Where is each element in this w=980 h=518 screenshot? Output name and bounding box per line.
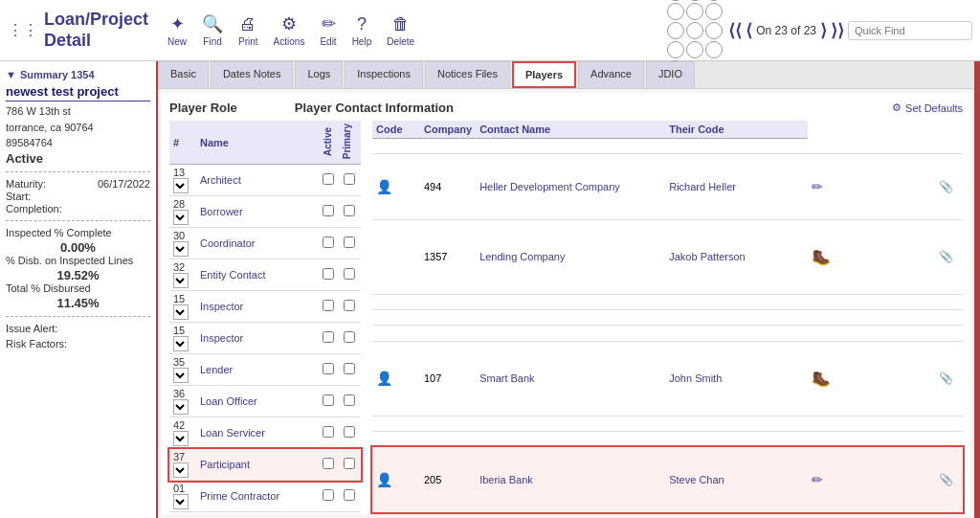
sidebar-start: Start: bbox=[6, 191, 150, 202]
clip-icon[interactable]: 📎 bbox=[939, 250, 953, 263]
role-num-select[interactable]: 30 bbox=[173, 241, 189, 257]
role-active-check[interactable] bbox=[319, 165, 338, 196]
edit-contact-icon[interactable]: ✏ bbox=[812, 179, 823, 194]
role-num: 15 15 bbox=[169, 323, 196, 354]
role-name[interactable]: Prime Contractor bbox=[196, 481, 319, 512]
delete-button[interactable]: 🗑 Delete bbox=[387, 14, 414, 47]
role-num-select[interactable]: 36 bbox=[173, 399, 189, 415]
circle-8[interactable] bbox=[686, 22, 703, 39]
role-active-check[interactable] bbox=[319, 417, 338, 449]
tab-players[interactable]: Players bbox=[512, 61, 576, 88]
contact-person-icon bbox=[372, 326, 420, 341]
role-name[interactable]: Loan Servicer bbox=[196, 417, 319, 449]
role-active-check[interactable] bbox=[319, 481, 338, 512]
circle-5[interactable] bbox=[686, 3, 703, 20]
boot-icon[interactable]: 🥾 bbox=[812, 249, 831, 265]
role-primary-check[interactable] bbox=[338, 481, 361, 512]
role-num-select[interactable]: 42 bbox=[173, 431, 189, 446]
edit-button[interactable]: ✏ Edit bbox=[320, 13, 336, 47]
tab-dates-notes[interactable]: Dates Notes bbox=[211, 61, 294, 88]
role-active-check[interactable] bbox=[319, 386, 338, 417]
role-active-check[interactable] bbox=[319, 354, 338, 386]
contact-clip-icon bbox=[935, 310, 963, 326]
role-name[interactable]: Architect bbox=[196, 165, 319, 196]
circle-11[interactable] bbox=[686, 41, 703, 58]
set-defaults-button[interactable]: ⚙ Set Defaults bbox=[892, 101, 963, 115]
circle-6[interactable] bbox=[705, 3, 723, 20]
tab-inspections[interactable]: Inspections bbox=[345, 61, 423, 88]
role-name[interactable]: Lender bbox=[196, 354, 319, 386]
role-num-select[interactable]: 35 bbox=[173, 368, 189, 383]
role-num-select[interactable]: 15 bbox=[173, 336, 189, 351]
role-num-select[interactable]: 13 bbox=[173, 178, 189, 193]
role-primary-check[interactable] bbox=[338, 323, 361, 354]
role-name[interactable]: Loan Officer bbox=[196, 386, 319, 417]
clip-icon[interactable]: 📎 bbox=[939, 180, 953, 193]
role-primary-check[interactable] bbox=[338, 386, 361, 417]
quick-find-input[interactable] bbox=[848, 21, 972, 40]
tab-notices-files[interactable]: Notices Files bbox=[425, 61, 510, 88]
circle-10[interactable] bbox=[667, 41, 684, 58]
role-name[interactable]: Participant bbox=[196, 449, 319, 481]
role-num-select[interactable]: 32 bbox=[173, 273, 189, 288]
boot-icon[interactable]: 🥾 bbox=[812, 371, 831, 387]
tab-jdio[interactable]: JDIO bbox=[646, 61, 695, 88]
role-num: 35 35 bbox=[169, 354, 196, 386]
role-active-check[interactable] bbox=[319, 291, 338, 323]
role-primary-check[interactable] bbox=[338, 354, 361, 386]
circle-9[interactable] bbox=[705, 22, 723, 39]
role-name[interactable]: Entity Contact bbox=[196, 259, 319, 291]
first-page-button[interactable]: ⟨⟨ bbox=[728, 20, 742, 41]
drag-icon: ⋮⋮ bbox=[8, 21, 38, 39]
role-num-select[interactable]: 37 bbox=[173, 462, 189, 478]
role-active-check[interactable] bbox=[319, 228, 338, 259]
last-page-button[interactable]: ⟩⟩ bbox=[831, 20, 844, 41]
circle-3[interactable] bbox=[705, 0, 723, 1]
role-active-check[interactable] bbox=[319, 512, 338, 514]
role-active-check[interactable] bbox=[319, 259, 338, 291]
role-primary-check[interactable] bbox=[338, 417, 361, 449]
role-primary-check[interactable] bbox=[338, 196, 361, 228]
role-primary-check[interactable] bbox=[338, 228, 361, 259]
role-name[interactable]: Inspector bbox=[196, 291, 319, 323]
contact-person-icon bbox=[372, 512, 420, 514]
circle-7[interactable] bbox=[667, 22, 684, 39]
role-num: 36 36 bbox=[169, 386, 196, 417]
tab-logs[interactable]: Logs bbox=[295, 61, 343, 88]
circle-1[interactable]: 1 bbox=[667, 0, 684, 1]
help-button[interactable]: ? Help bbox=[352, 14, 372, 47]
print-button[interactable]: 🖨 Print bbox=[238, 14, 258, 47]
contact-their-code bbox=[840, 219, 935, 294]
role-num-select[interactable]: 28 bbox=[173, 210, 189, 225]
circle-4[interactable] bbox=[667, 3, 684, 20]
col-name-header: Name bbox=[196, 121, 319, 165]
role-primary-check[interactable] bbox=[338, 449, 361, 481]
role-primary-check[interactable] bbox=[338, 259, 361, 291]
main-layout: ▼ Summary 1354 newest test project 786 W… bbox=[0, 61, 980, 518]
role-primary-check[interactable] bbox=[338, 165, 361, 196]
circle-12[interactable] bbox=[705, 41, 723, 58]
role-name[interactable]: Title Company bbox=[196, 512, 319, 514]
role-active-check[interactable] bbox=[319, 196, 338, 228]
tab-advance[interactable]: Advance bbox=[578, 61, 644, 88]
role-table-row: 01 01 Prime Contractor bbox=[169, 481, 361, 512]
find-button[interactable]: 🔍 Find bbox=[202, 13, 223, 47]
role-num-select[interactable]: 15 bbox=[173, 304, 189, 320]
role-name[interactable]: Borrower bbox=[196, 196, 319, 228]
clip-icon[interactable]: 📎 bbox=[939, 372, 953, 385]
role-name[interactable]: Inspector bbox=[196, 323, 319, 354]
prev-page-button[interactable]: ⟨ bbox=[746, 20, 752, 41]
actions-button[interactable]: ⚙ Actions bbox=[274, 13, 305, 47]
next-page-button[interactable]: ⟩ bbox=[820, 20, 827, 41]
role-num-select[interactable]: 01 bbox=[173, 494, 189, 509]
role-primary-check[interactable] bbox=[338, 291, 361, 323]
clip-icon[interactable]: 📎 bbox=[939, 473, 953, 486]
role-primary-check[interactable] bbox=[338, 512, 361, 514]
role-active-check[interactable] bbox=[319, 449, 338, 481]
tab-basic[interactable]: Basic bbox=[158, 61, 209, 88]
edit-contact-icon[interactable]: ✏ bbox=[812, 472, 823, 487]
role-active-check[interactable] bbox=[319, 323, 338, 354]
circle-2[interactable]: 2 bbox=[686, 0, 703, 1]
role-name[interactable]: Coordinator bbox=[196, 228, 319, 259]
new-button[interactable]: ✦ New bbox=[167, 13, 187, 47]
